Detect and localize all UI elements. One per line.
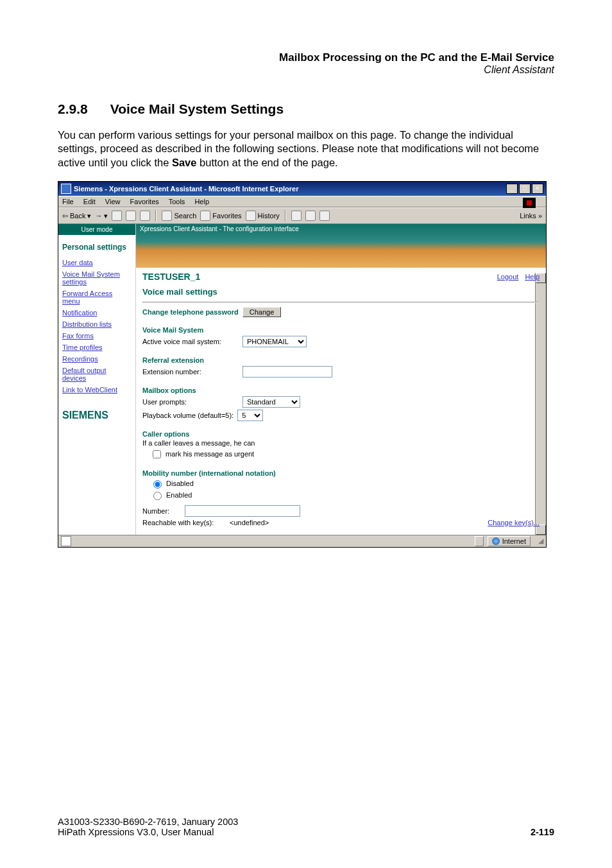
- mobility-number-label: Number:: [142, 507, 181, 515]
- mark-urgent-checkbox[interactable]: [153, 450, 161, 458]
- links-button[interactable]: Links »: [520, 212, 542, 220]
- back-dropdown-icon: ▾: [87, 212, 91, 220]
- banner-caption: Xpressions Client Assistant - The config…: [140, 225, 299, 232]
- sidebar-item-link-to-webclient[interactable]: Link to WebClient: [58, 384, 135, 395]
- mobility-disabled-label: Disabled: [166, 480, 194, 487]
- banner-image: Xpressions Client Assistant - The config…: [136, 224, 546, 268]
- referral-heading: Referral extension: [142, 356, 540, 364]
- footer-info: A31003-S2330-B690-2-7619, January 2003 H…: [58, 817, 238, 837]
- sidebar-item-recordings[interactable]: Recordings: [58, 353, 135, 365]
- favorites-label: Favorites: [212, 212, 241, 220]
- favorites-icon: [200, 211, 210, 221]
- mbox-heading: Mailbox options: [142, 386, 540, 394]
- sidebar-item-forward-access-menu[interactable]: Forward Access menu: [58, 288, 135, 307]
- sidebar-item-fax-forms[interactable]: Fax forms: [58, 330, 135, 342]
- links-chevron-icon: »: [538, 212, 542, 220]
- footer-line2: HiPath Xpressions V3.0, User Manual: [58, 827, 238, 837]
- main-title: Voice mail settings: [142, 287, 540, 297]
- caller-heading: Caller options: [142, 430, 540, 438]
- help-link[interactable]: Help: [525, 273, 540, 281]
- sidebar-item-voice-mail-settings[interactable]: Voice Mail System settings: [58, 268, 135, 288]
- sidebar-item-distribution-lists[interactable]: Distribution lists: [58, 318, 135, 330]
- mail-icon[interactable]: [291, 211, 302, 221]
- mobility-heading: Mobility number (international notation): [142, 469, 540, 477]
- search-icon: [162, 211, 172, 221]
- sidebar-item-user-data[interactable]: User data: [58, 257, 135, 268]
- playback-volume-select[interactable]: 5: [237, 410, 263, 421]
- svg-rect-0: [527, 200, 532, 205]
- menu-tools[interactable]: Tools: [169, 198, 185, 205]
- body-text-post: button at the end of the page.: [200, 157, 338, 168]
- footer-line1: A31003-S2330-B690-2-7619, January 2003: [58, 817, 238, 827]
- userprompts-select[interactable]: Standard: [242, 396, 300, 408]
- section-title: Voice Mail System Settings: [110, 101, 284, 116]
- section-body: You can perform various settings for you…: [58, 128, 554, 169]
- menu-edit[interactable]: Edit: [83, 198, 96, 205]
- sidebar: User mode Personal settings User data Vo…: [58, 224, 136, 535]
- change-password-button[interactable]: Change: [242, 307, 282, 317]
- titlebar-text: Siemens - Xpressions Client Assistant - …: [74, 185, 506, 193]
- search-label: Search: [174, 212, 196, 220]
- status-zone-text: Internet: [502, 537, 526, 545]
- minimize-button[interactable]: _: [506, 184, 518, 194]
- extension-number-input[interactable]: [242, 366, 332, 378]
- sidebar-item-notification[interactable]: Notification: [58, 307, 135, 318]
- history-button[interactable]: History: [246, 211, 280, 221]
- home-icon[interactable]: [140, 211, 150, 221]
- search-button[interactable]: Search: [162, 211, 196, 221]
- username: TESTUSER_1: [142, 272, 491, 282]
- mark-urgent-label: mark his message as urgent: [166, 450, 254, 458]
- vms-active-select[interactable]: PHONEMAIL: [242, 336, 307, 347]
- refresh-icon[interactable]: [126, 211, 136, 221]
- back-arrow-icon: ⇦: [62, 212, 68, 220]
- stop-icon[interactable]: [112, 211, 122, 221]
- menu-favorites[interactable]: Favorites: [130, 198, 159, 205]
- links-label: Links: [520, 212, 536, 220]
- chapter-title: Mailbox Processing on the PC and the E-M…: [58, 51, 554, 64]
- sidebar-heading: Personal settings: [58, 235, 135, 257]
- mobility-enabled-label: Enabled: [166, 491, 192, 499]
- change-keys-link[interactable]: Change key(s)...: [488, 519, 540, 526]
- ie-logo-icon: [523, 198, 536, 208]
- section-heading: 2.9.8 Voice Mail System Settings: [58, 101, 554, 117]
- section-number: 2.9.8: [58, 101, 88, 116]
- browser-window: Siemens - Xpressions Client Assistant - …: [58, 181, 547, 548]
- vms-active-label: Active voice mail system:: [142, 338, 239, 345]
- edit-icon[interactable]: [319, 211, 330, 221]
- sidebar-item-time-profiles[interactable]: Time profiles: [58, 342, 135, 353]
- mobility-number-input[interactable]: [185, 505, 300, 517]
- back-button[interactable]: ⇦ Back ▾: [62, 212, 91, 220]
- mobility-enabled-radio[interactable]: [153, 492, 162, 500]
- menu-file[interactable]: File: [62, 198, 74, 205]
- siemens-brand: SIEMENS: [58, 395, 135, 435]
- logout-link[interactable]: Logout: [497, 273, 519, 281]
- maximize-button[interactable]: □: [519, 184, 531, 194]
- menu-view[interactable]: View: [105, 198, 121, 205]
- favorites-button[interactable]: Favorites: [200, 211, 241, 221]
- forward-button[interactable]: → ▾: [95, 212, 108, 220]
- print-icon[interactable]: [305, 211, 316, 221]
- reachable-value: <undefined>: [230, 519, 269, 526]
- content-area: User mode Personal settings User data Vo…: [58, 224, 546, 535]
- body-text-strong: Save: [172, 157, 197, 168]
- status-zone-pane: Internet: [488, 536, 531, 546]
- sidebar-item-default-output-devices[interactable]: Default output devices: [58, 365, 135, 384]
- referral-label: Extension number:: [142, 368, 239, 376]
- forward-dropdown-icon: ▾: [104, 212, 108, 220]
- playback-label: Playback volume (default=5):: [142, 412, 234, 419]
- caller-description: If a caller leaves a message, he can: [142, 439, 540, 447]
- history-icon: [246, 211, 256, 221]
- sidebar-tab-user-mode[interactable]: User mode: [58, 224, 135, 235]
- close-button[interactable]: ×: [532, 184, 543, 194]
- history-label: History: [258, 212, 280, 220]
- internet-zone-icon: [492, 537, 500, 545]
- back-label: Back: [70, 212, 85, 220]
- status-page-icon: [61, 536, 71, 546]
- mobility-disabled-radio[interactable]: [153, 480, 162, 489]
- titlebar: Siemens - Xpressions Client Assistant - …: [58, 182, 546, 196]
- userprompts-label: User prompts:: [142, 398, 239, 406]
- menu-help[interactable]: Help: [194, 198, 209, 205]
- vms-heading: Voice Mail System: [142, 326, 540, 334]
- resize-grip-icon[interactable]: ◢: [534, 537, 543, 545]
- user-bar: TESTUSER_1 Logout Help: [142, 272, 540, 282]
